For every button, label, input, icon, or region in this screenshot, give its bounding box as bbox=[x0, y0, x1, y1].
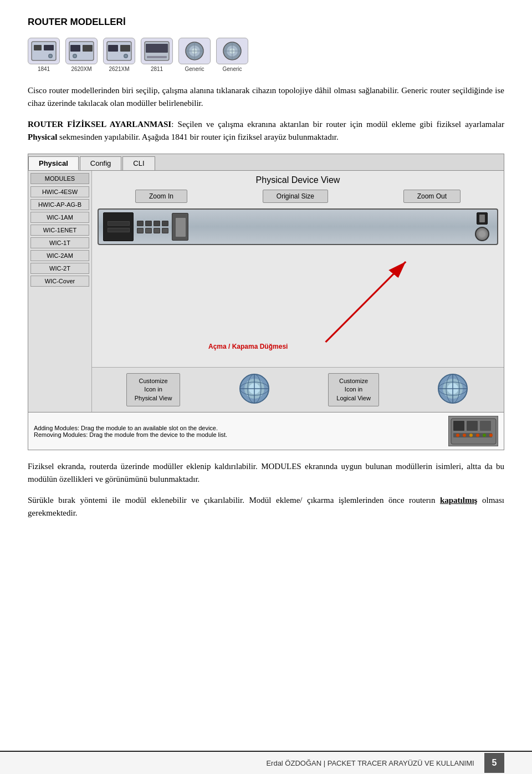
module-hwic-4esw[interactable]: HWIC-4ESW bbox=[30, 186, 89, 197]
svg-rect-7 bbox=[83, 45, 93, 52]
page-footer: Erdal ÖZDOĞAN | PACKET TRACER ARAYÜZÜ VE… bbox=[0, 751, 532, 774]
zoom-out-button[interactable]: Zoom Out bbox=[403, 190, 461, 203]
svg-point-54 bbox=[489, 434, 493, 437]
customize-physical-button[interactable]: Customize Icon in Physical View bbox=[126, 373, 181, 406]
module-list: HWIC-4ESW HWIC-AP-AG-B WIC-1AM WIC-1ENET… bbox=[30, 186, 89, 288]
router-label-generic-1: Generic bbox=[185, 66, 204, 72]
svg-rect-6 bbox=[70, 45, 80, 52]
chassis-slot-left bbox=[103, 212, 134, 241]
svg-point-53 bbox=[483, 434, 486, 437]
chassis-ports-middle bbox=[137, 221, 168, 233]
tab-config[interactable]: Config bbox=[80, 156, 122, 170]
router-icon-generic-1 bbox=[178, 38, 211, 64]
svg-point-4 bbox=[49, 55, 52, 58]
tab-cli[interactable]: CLI bbox=[122, 156, 155, 170]
router-icon-2811 bbox=[141, 38, 173, 64]
svg-point-14 bbox=[125, 55, 127, 58]
router-icon-2621xm bbox=[103, 38, 135, 64]
original-size-button[interactable]: Original Size bbox=[263, 190, 328, 203]
tab-physical[interactable]: Physical bbox=[28, 156, 79, 170]
module-wic-1am[interactable]: WIC-1AM bbox=[30, 212, 89, 223]
router-label-2620xm: 2620XM bbox=[71, 66, 91, 72]
main-device-area: Physical Device View Zoom In Original Si… bbox=[92, 171, 504, 412]
paragraph-2: ROUTER FİZİKSEL AYARLANMASI: Seçilen ve … bbox=[28, 118, 504, 144]
router-model-generic-2: Generic bbox=[216, 38, 248, 72]
svg-rect-47 bbox=[480, 421, 491, 431]
svg-rect-2 bbox=[44, 45, 54, 50]
info-line-2: Removing Modules: Drag the module from t… bbox=[34, 431, 444, 438]
power-button[interactable] bbox=[475, 227, 489, 241]
footer-page-number: 5 bbox=[484, 753, 504, 773]
paragraph-4: Sürükle bırak yöntemi ile modül eklenebi… bbox=[28, 494, 504, 520]
chassis-power-area bbox=[475, 212, 493, 241]
modules-sidebar: MODULES HWIC-4ESW HWIC-AP-AG-B WIC-1AM W… bbox=[28, 171, 92, 412]
module-wic-2t[interactable]: WIC-2T bbox=[30, 263, 89, 274]
footer-text: Erdal ÖZDOĞAN | PACKET TRACER ARAYÜZÜ VE… bbox=[256, 759, 484, 767]
svg-point-51 bbox=[469, 434, 473, 437]
info-bar: Adding Modules: Drag the module to an av… bbox=[28, 412, 504, 450]
customize-logical-button[interactable]: Customize Icon in Logical View bbox=[328, 373, 379, 406]
svg-rect-46 bbox=[467, 421, 478, 431]
module-wic-2am[interactable]: WIC-2AM bbox=[30, 250, 89, 261]
router-model-2621xm: 2621XM bbox=[103, 38, 135, 72]
svg-point-9 bbox=[74, 55, 76, 58]
chassis-slot-right-1 bbox=[172, 213, 188, 241]
router-label-1841: 1841 bbox=[38, 66, 50, 72]
svg-rect-0 bbox=[32, 42, 56, 60]
svg-point-49 bbox=[456, 434, 459, 437]
router-model-generic-1: Generic bbox=[178, 38, 211, 72]
device-chassis-container bbox=[98, 208, 498, 245]
svg-rect-16 bbox=[146, 44, 168, 53]
router-label-2811: 2811 bbox=[151, 66, 163, 72]
annotation-area: Açma / Kapama Düğmesi bbox=[98, 245, 498, 367]
router-label-generic-2: Generic bbox=[222, 66, 242, 72]
router-thumb-logical bbox=[436, 372, 469, 408]
svg-point-50 bbox=[463, 434, 466, 437]
svg-rect-17 bbox=[147, 56, 167, 58]
zoom-buttons-row: Zoom In Original Size Zoom Out bbox=[92, 187, 504, 205]
tabs-row: Physical Config CLI bbox=[28, 154, 504, 171]
info-line-1: Adding Modules: Drag the module to an av… bbox=[34, 425, 444, 431]
svg-rect-11 bbox=[108, 45, 118, 52]
router-models-row: 1841 2620XM bbox=[28, 38, 504, 72]
module-wic-cover[interactable]: WIC-Cover bbox=[30, 276, 89, 287]
physical-main-content: MODULES HWIC-4ESW HWIC-AP-AG-B WIC-1AM W… bbox=[28, 171, 504, 412]
router-model-2811: 2811 bbox=[141, 38, 173, 72]
module-wic-1enet[interactable]: WIC-1ENET bbox=[30, 225, 89, 236]
page-title: ROUTER MODELLERİ bbox=[28, 17, 504, 28]
paragraph-1: Cisco router modellerinden biri seçilip,… bbox=[28, 84, 504, 110]
svg-line-29 bbox=[326, 262, 406, 342]
customize-row: Customize Icon in Physical View bbox=[92, 367, 504, 412]
module-hwic-ap-ag-b[interactable]: HWIC-AP-AG-B bbox=[30, 199, 89, 210]
router-model-1841: 1841 bbox=[28, 38, 60, 72]
info-mini-router bbox=[448, 416, 498, 446]
router-icon-2620xm bbox=[65, 38, 98, 64]
device-view-title: Physical Device View bbox=[92, 171, 504, 187]
router-chassis bbox=[98, 208, 498, 245]
paragraph-3: Fiziksel ekranda, routerda üzerinde modü… bbox=[28, 460, 504, 486]
svg-rect-1 bbox=[34, 45, 42, 50]
page-container: ROUTER MODELLERİ 1841 bbox=[0, 0, 532, 561]
physical-view-box: Physical Config CLI MODULES HWIC-4ESW HW… bbox=[28, 154, 504, 450]
router-icon-1841 bbox=[28, 38, 60, 64]
router-label-2621xm: 2621XM bbox=[109, 66, 129, 72]
router-model-2620xm: 2620XM bbox=[65, 38, 98, 72]
router-icon-generic-2 bbox=[216, 38, 248, 64]
svg-rect-45 bbox=[453, 421, 464, 431]
svg-rect-12 bbox=[120, 45, 130, 52]
svg-point-52 bbox=[476, 434, 479, 437]
router-thumb-physical bbox=[238, 372, 271, 408]
info-text: Adding Modules: Drag the module to an av… bbox=[34, 425, 444, 438]
module-wic-1t[interactable]: WIC-1T bbox=[30, 237, 89, 248]
zoom-in-button[interactable]: Zoom In bbox=[135, 190, 187, 203]
annotation-label: Açma / Kapama Düğmesi bbox=[208, 343, 288, 350]
modules-header: MODULES bbox=[30, 173, 89, 184]
